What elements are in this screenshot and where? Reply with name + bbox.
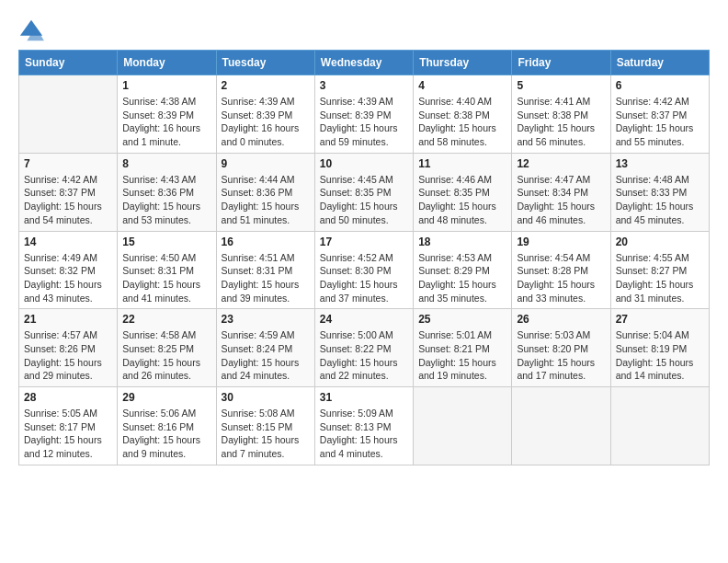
- day-info: Sunrise: 4:51 AMSunset: 8:31 PMDaylight:…: [222, 251, 310, 305]
- day-number: 1: [122, 79, 210, 92]
- day-cell: 16Sunrise: 4:51 AMSunset: 8:31 PMDayligh…: [216, 231, 314, 309]
- week-row-4: 21Sunrise: 4:57 AMSunset: 8:26 PMDayligh…: [19, 309, 710, 387]
- day-cell: 12Sunrise: 4:47 AMSunset: 8:34 PMDayligh…: [512, 153, 610, 231]
- day-info: Sunrise: 4:46 AMSunset: 8:35 PMDaylight:…: [418, 173, 506, 227]
- day-number: 3: [320, 79, 408, 92]
- day-info: Sunrise: 4:52 AMSunset: 8:30 PMDaylight:…: [320, 251, 408, 305]
- day-info: Sunrise: 4:42 AMSunset: 8:37 PMDaylight:…: [24, 173, 112, 227]
- day-number: 26: [517, 313, 605, 326]
- day-number: 6: [616, 79, 704, 92]
- day-info: Sunrise: 4:39 AMSunset: 8:39 PMDaylight:…: [320, 95, 408, 149]
- day-number: 11: [418, 157, 506, 170]
- day-cell: 3Sunrise: 4:39 AMSunset: 8:39 PMDaylight…: [314, 75, 413, 154]
- day-cell: 4Sunrise: 4:40 AMSunset: 8:38 PMDaylight…: [414, 75, 512, 154]
- day-number: 22: [122, 313, 210, 326]
- day-info: Sunrise: 4:41 AMSunset: 8:38 PMDaylight:…: [517, 95, 605, 149]
- day-info: Sunrise: 4:57 AMSunset: 8:26 PMDaylight:…: [24, 328, 112, 383]
- day-info: Sunrise: 4:38 AMSunset: 8:39 PMDaylight:…: [122, 95, 210, 149]
- day-number: 21: [24, 313, 112, 326]
- day-cell: 21Sunrise: 4:57 AMSunset: 8:26 PMDayligh…: [19, 309, 118, 387]
- day-cell: 27Sunrise: 5:04 AMSunset: 8:19 PMDayligh…: [610, 309, 709, 387]
- day-cell: 17Sunrise: 4:52 AMSunset: 8:30 PMDayligh…: [314, 231, 413, 309]
- header-cell-monday: Monday: [118, 51, 216, 75]
- day-info: Sunrise: 4:54 AMSunset: 8:28 PMDaylight:…: [517, 251, 605, 305]
- day-cell: 11Sunrise: 4:46 AMSunset: 8:35 PMDayligh…: [414, 153, 512, 231]
- day-info: Sunrise: 5:06 AMSunset: 8:16 PMDaylight:…: [122, 407, 210, 461]
- day-cell: 26Sunrise: 5:03 AMSunset: 8:20 PMDayligh…: [512, 309, 610, 387]
- day-number: 9: [222, 157, 310, 170]
- day-info: Sunrise: 4:50 AMSunset: 8:31 PMDaylight:…: [122, 251, 210, 305]
- day-number: 7: [24, 157, 112, 170]
- day-cell: 13Sunrise: 4:48 AMSunset: 8:33 PMDayligh…: [610, 153, 709, 231]
- day-cell: 19Sunrise: 4:54 AMSunset: 8:28 PMDayligh…: [512, 231, 610, 309]
- header-cell-tuesday: Tuesday: [216, 51, 314, 75]
- day-cell: 24Sunrise: 5:00 AMSunset: 8:22 PMDayligh…: [314, 309, 413, 387]
- week-row-3: 14Sunrise: 4:49 AMSunset: 8:32 PMDayligh…: [19, 231, 710, 309]
- week-row-2: 7Sunrise: 4:42 AMSunset: 8:37 PMDaylight…: [19, 153, 710, 231]
- day-number: 30: [222, 391, 310, 404]
- day-cell: 10Sunrise: 4:45 AMSunset: 8:35 PMDayligh…: [314, 153, 413, 231]
- day-info: Sunrise: 5:04 AMSunset: 8:19 PMDaylight:…: [616, 328, 704, 383]
- day-cell: 2Sunrise: 4:39 AMSunset: 8:39 PMDaylight…: [216, 75, 314, 154]
- day-number: 19: [517, 236, 605, 248]
- day-number: 8: [122, 157, 210, 170]
- day-info: Sunrise: 5:09 AMSunset: 8:13 PMDaylight:…: [320, 407, 408, 461]
- day-info: Sunrise: 4:47 AMSunset: 8:34 PMDaylight:…: [517, 173, 605, 227]
- day-number: 4: [418, 79, 506, 92]
- week-row-5: 28Sunrise: 5:05 AMSunset: 8:17 PMDayligh…: [19, 387, 710, 465]
- day-cell: 5Sunrise: 4:41 AMSunset: 8:38 PMDaylight…: [512, 75, 610, 154]
- header: [18, 18, 710, 44]
- day-info: Sunrise: 5:01 AMSunset: 8:21 PMDaylight:…: [418, 328, 506, 383]
- day-cell: 1Sunrise: 4:38 AMSunset: 8:39 PMDaylight…: [118, 75, 216, 154]
- day-number: 14: [24, 236, 112, 248]
- day-cell: 28Sunrise: 5:05 AMSunset: 8:17 PMDayligh…: [19, 387, 118, 465]
- day-cell: 9Sunrise: 4:44 AMSunset: 8:36 PMDaylight…: [216, 153, 314, 231]
- day-info: Sunrise: 5:00 AMSunset: 8:22 PMDaylight:…: [320, 328, 408, 383]
- day-cell: 29Sunrise: 5:06 AMSunset: 8:16 PMDayligh…: [118, 387, 216, 465]
- logo-icon: [18, 18, 44, 44]
- day-info: Sunrise: 4:59 AMSunset: 8:24 PMDaylight:…: [222, 328, 310, 383]
- calendar-body: 1Sunrise: 4:38 AMSunset: 8:39 PMDaylight…: [19, 75, 710, 465]
- header-cell-sunday: Sunday: [19, 51, 118, 75]
- day-number: 2: [222, 79, 310, 92]
- day-number: 10: [320, 157, 408, 170]
- day-number: 27: [616, 313, 704, 326]
- day-cell: 18Sunrise: 4:53 AMSunset: 8:29 PMDayligh…: [414, 231, 512, 309]
- day-number: 12: [517, 157, 605, 170]
- week-row-1: 1Sunrise: 4:38 AMSunset: 8:39 PMDaylight…: [19, 75, 710, 154]
- day-info: Sunrise: 4:43 AMSunset: 8:36 PMDaylight:…: [122, 173, 210, 227]
- day-number: 20: [616, 236, 704, 248]
- day-cell: 7Sunrise: 4:42 AMSunset: 8:37 PMDaylight…: [19, 153, 118, 231]
- day-number: 31: [320, 391, 408, 404]
- header-cell-thursday: Thursday: [414, 51, 512, 75]
- calendar-table: SundayMondayTuesdayWednesdayThursdayFrid…: [18, 50, 710, 465]
- day-info: Sunrise: 4:45 AMSunset: 8:35 PMDaylight:…: [320, 173, 408, 227]
- header-cell-wednesday: Wednesday: [314, 51, 413, 75]
- day-info: Sunrise: 5:08 AMSunset: 8:15 PMDaylight:…: [222, 407, 310, 461]
- day-info: Sunrise: 5:05 AMSunset: 8:17 PMDaylight:…: [24, 407, 112, 461]
- day-info: Sunrise: 4:58 AMSunset: 8:25 PMDaylight:…: [122, 328, 210, 383]
- day-cell: 23Sunrise: 4:59 AMSunset: 8:24 PMDayligh…: [216, 309, 314, 387]
- day-number: 28: [24, 391, 112, 404]
- day-info: Sunrise: 4:49 AMSunset: 8:32 PMDaylight:…: [24, 251, 112, 305]
- day-info: Sunrise: 5:03 AMSunset: 8:20 PMDaylight:…: [517, 328, 605, 383]
- day-cell: [610, 387, 709, 465]
- day-info: Sunrise: 4:55 AMSunset: 8:27 PMDaylight:…: [616, 251, 704, 305]
- day-info: Sunrise: 4:42 AMSunset: 8:37 PMDaylight:…: [616, 95, 704, 149]
- day-cell: 31Sunrise: 5:09 AMSunset: 8:13 PMDayligh…: [314, 387, 413, 465]
- day-cell: 25Sunrise: 5:01 AMSunset: 8:21 PMDayligh…: [414, 309, 512, 387]
- day-info: Sunrise: 4:53 AMSunset: 8:29 PMDaylight:…: [418, 251, 506, 305]
- header-row: SundayMondayTuesdayWednesdayThursdayFrid…: [19, 51, 710, 75]
- logo: [18, 18, 48, 44]
- day-number: 15: [122, 236, 210, 248]
- day-info: Sunrise: 4:39 AMSunset: 8:39 PMDaylight:…: [222, 95, 310, 149]
- header-cell-friday: Friday: [512, 51, 610, 75]
- day-number: 29: [122, 391, 210, 404]
- day-cell: [512, 387, 610, 465]
- day-number: 13: [616, 157, 704, 170]
- day-number: 16: [222, 236, 310, 248]
- day-number: 18: [418, 236, 506, 248]
- calendar-header: SundayMondayTuesdayWednesdayThursdayFrid…: [19, 51, 710, 75]
- day-cell: 6Sunrise: 4:42 AMSunset: 8:37 PMDaylight…: [610, 75, 709, 154]
- day-number: 5: [517, 79, 605, 92]
